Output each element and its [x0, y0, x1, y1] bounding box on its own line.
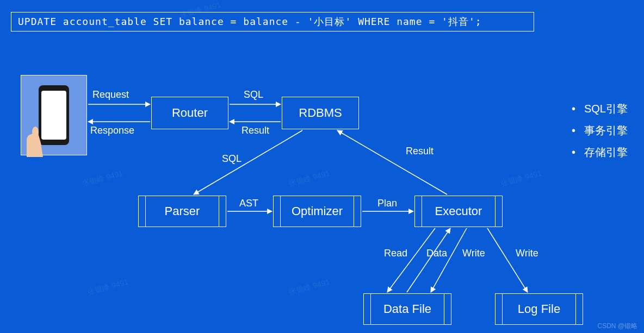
- legend-item-tx: 事务引擎: [572, 120, 628, 141]
- datafile-label: Data File: [383, 302, 431, 316]
- sql-text: UPDATE account_table SET balance = balan…: [18, 15, 482, 28]
- legend-list: SQL引擎 事务引擎 存储引擎: [572, 98, 628, 163]
- legend-item-storage: 存储引擎: [572, 141, 628, 163]
- watermark: 张银峰 9491: [288, 168, 331, 189]
- router-label: Router: [172, 106, 208, 120]
- svg-line-9: [387, 228, 435, 292]
- watermark: 张银峰 9491: [288, 277, 331, 297]
- logfile-label: Log File: [518, 302, 560, 316]
- logfile-box: Log File: [495, 293, 583, 325]
- svg-line-11: [431, 228, 467, 292]
- edge-write-2: Write: [516, 248, 538, 259]
- edge-sql-2: SQL: [222, 153, 242, 165]
- svg-line-5: [194, 130, 302, 194]
- edge-plan: Plan: [377, 198, 397, 209]
- hand-icon: [16, 119, 54, 157]
- rdbms-box: RDBMS: [282, 97, 359, 129]
- edge-result-1: Result: [242, 125, 269, 136]
- edge-write-1: Write: [462, 248, 485, 259]
- executor-box: Executor: [414, 196, 503, 227]
- edge-request: Request: [92, 89, 129, 100]
- router-box: Router: [151, 97, 228, 129]
- datafile-box: Data File: [363, 293, 451, 325]
- legend-item-sql: SQL引擎: [572, 98, 628, 120]
- parser-box: Parser: [138, 196, 226, 227]
- svg-line-12: [487, 228, 528, 292]
- client-device: [21, 75, 87, 155]
- edge-ast: AST: [239, 198, 258, 209]
- svg-point-0: [32, 127, 39, 137]
- sql-statement-bar: UPDATE account_table SET balance = balan…: [11, 12, 534, 32]
- parser-label: Parser: [165, 204, 200, 218]
- edge-read: Read: [384, 248, 407, 259]
- watermark: 张银峰 9491: [81, 168, 124, 189]
- svg-line-6: [337, 130, 447, 194]
- edge-result-2: Result: [406, 146, 434, 157]
- optimizer-box: Optimizer: [273, 196, 361, 227]
- watermark: 张银峰 9491: [500, 168, 543, 189]
- executor-label: Executor: [435, 204, 482, 218]
- edge-response: Response: [90, 125, 134, 136]
- edge-sql-1: SQL: [244, 89, 263, 100]
- svg-line-10: [407, 228, 450, 292]
- optimizer-label: Optimizer: [292, 204, 343, 218]
- credit-text: CSDN @锻略: [597, 322, 637, 331]
- edge-data: Data: [426, 248, 447, 259]
- watermark: 张银峰 9491: [86, 277, 129, 297]
- rdbms-label: RDBMS: [299, 106, 342, 120]
- arrows-layer: [0, 0, 644, 333]
